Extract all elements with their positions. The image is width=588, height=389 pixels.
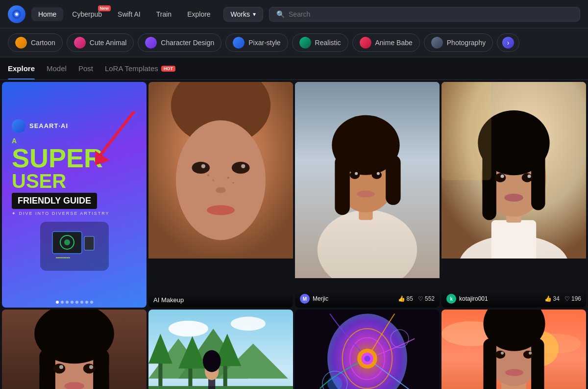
card-promo[interactable]: SEAART·AI A SUPER USER FRIENDLY GUIDE ✦ … bbox=[2, 82, 147, 308]
more-icon: › bbox=[502, 37, 514, 49]
svg-point-74 bbox=[203, 350, 221, 372]
svg-point-33 bbox=[357, 190, 375, 197]
chevron-down-icon: ▾ bbox=[253, 11, 256, 18]
svg-point-97 bbox=[523, 351, 533, 359]
svg-point-64 bbox=[231, 317, 266, 331]
svg-rect-53 bbox=[93, 349, 109, 389]
svg-point-13 bbox=[232, 162, 250, 174]
tab-lora[interactable]: LoRA Templates HOT bbox=[105, 57, 175, 79]
svg-point-20 bbox=[227, 177, 229, 179]
cyberpub-nav-btn[interactable]: Cyberpub New bbox=[65, 7, 109, 21]
svg-point-98 bbox=[501, 352, 504, 355]
search-icon: 🔍 bbox=[276, 10, 285, 18]
svg-point-16 bbox=[216, 187, 225, 193]
tabs-row: Explore Model Post LoRA Templates HOT bbox=[0, 57, 588, 80]
cat-cartoon[interactable]: Cartoon bbox=[8, 33, 63, 52]
svg-point-55 bbox=[83, 363, 95, 373]
card-stats: 👍 85 ♡ 552 bbox=[398, 295, 435, 302]
explore-nav-btn[interactable]: Explore bbox=[180, 7, 217, 21]
card-colorful-art[interactable] bbox=[295, 310, 440, 389]
cat-pixar-style[interactable]: Pixar-style bbox=[225, 33, 288, 52]
svg-rect-95 bbox=[531, 338, 544, 389]
promo-box-text: FRIENDLY GUIDE bbox=[12, 193, 97, 209]
svg-point-11 bbox=[176, 120, 266, 240]
svg-point-15 bbox=[241, 164, 245, 168]
card-portrait-stats: 👍 34 ♡ 196 bbox=[544, 295, 581, 302]
tab-post[interactable]: Post bbox=[78, 57, 93, 79]
svg-point-81 bbox=[364, 356, 370, 362]
svg-point-56 bbox=[59, 365, 63, 369]
svg-point-43 bbox=[522, 173, 533, 182]
svg-point-99 bbox=[529, 352, 532, 355]
card-woman-sweater-user-row: M Merjic 👍 85 ♡ 552 bbox=[295, 290, 440, 308]
promo-dots bbox=[56, 301, 93, 304]
promo-logo-text: SEAART·AI bbox=[29, 122, 68, 130]
svg-point-45 bbox=[527, 175, 531, 178]
svg-rect-47 bbox=[441, 82, 491, 180]
user-avatar-merjic: M bbox=[300, 294, 310, 304]
cat-photography[interactable]: Photography bbox=[424, 33, 493, 52]
svg-point-29 bbox=[350, 171, 360, 179]
svg-point-12 bbox=[192, 162, 210, 174]
card-portrait-user-row: k kotajiro001 👍 34 ♡ 196 bbox=[441, 290, 586, 308]
card-woman-dark-hair[interactable] bbox=[2, 310, 147, 389]
username-merjic: Merjic bbox=[313, 295, 328, 302]
cyberpub-new-badge: New bbox=[98, 5, 111, 11]
svg-text:▬▬▬▬▬▬▬▬: ▬▬▬▬▬▬▬▬ bbox=[56, 256, 70, 259]
svg-rect-94 bbox=[483, 338, 496, 389]
cat-anime-babe[interactable]: Anime Babe bbox=[352, 33, 420, 52]
svg-line-2 bbox=[100, 111, 134, 156]
heart-count: 552 bbox=[425, 295, 435, 302]
svg-rect-41 bbox=[531, 150, 545, 210]
svg-rect-36 bbox=[491, 220, 537, 259]
svg-point-14 bbox=[201, 164, 205, 168]
like-count-2: 34 bbox=[553, 295, 560, 302]
svg-rect-28 bbox=[386, 155, 401, 205]
svg-point-31 bbox=[355, 172, 358, 175]
svg-rect-27 bbox=[335, 155, 350, 215]
username-kotajiro: kotajiro001 bbox=[459, 295, 488, 302]
main-grid: SEAART·AI A SUPER USER FRIENDLY GUIDE ✦ … bbox=[0, 80, 588, 310]
like-icon: 👍 bbox=[398, 295, 405, 302]
svg-point-96 bbox=[495, 351, 505, 359]
works-dropdown[interactable]: Works ▾ bbox=[223, 7, 263, 22]
logo[interactable] bbox=[8, 5, 25, 23]
like-count: 85 bbox=[407, 295, 413, 302]
home-nav-btn[interactable]: Home bbox=[31, 7, 63, 21]
tab-explore[interactable]: Explore bbox=[8, 57, 35, 79]
cat-character-design[interactable]: Character Design bbox=[138, 33, 221, 52]
cat-cute-animal[interactable]: Cute Animal bbox=[67, 33, 134, 52]
heart-icon-2: ♡ bbox=[564, 295, 570, 302]
svg-point-6 bbox=[64, 239, 70, 245]
svg-rect-71 bbox=[148, 386, 293, 389]
svg-point-100 bbox=[505, 369, 523, 376]
cat-more[interactable]: › bbox=[497, 33, 519, 52]
swift-ai-nav-btn[interactable]: Swift AI bbox=[111, 7, 147, 21]
cat-realistic[interactable]: Realistic bbox=[292, 33, 348, 52]
promo-arrow-icon bbox=[90, 111, 147, 170]
heart-icon: ♡ bbox=[418, 295, 423, 302]
svg-point-17 bbox=[207, 205, 235, 215]
like-icon-2: 👍 bbox=[544, 295, 552, 302]
card-ai-makeup[interactable]: AI Makeup bbox=[148, 82, 293, 308]
tab-model[interactable]: Model bbox=[47, 57, 67, 79]
svg-point-19 bbox=[213, 180, 214, 181]
navbar: Home Cyberpub New Swift AI Train Explore… bbox=[0, 0, 588, 28]
lora-hot-badge: HOT bbox=[161, 66, 175, 72]
search-input[interactable] bbox=[289, 10, 573, 18]
promo-device-illustration: ▬▬▬▬▬▬▬▬ bbox=[40, 222, 109, 271]
card-woman-sweater[interactable]: M Merjic 👍 85 ♡ 552 bbox=[295, 82, 440, 308]
promo-title-c: USER bbox=[12, 171, 66, 191]
user-avatar-kotajiro: k bbox=[446, 294, 456, 304]
card-landscape[interactable] bbox=[148, 310, 293, 389]
svg-point-54 bbox=[53, 363, 65, 373]
svg-point-1 bbox=[15, 13, 18, 16]
card-woman-sunset[interactable] bbox=[441, 310, 586, 389]
category-row: Cartoon Cute Animal Character Design Pix… bbox=[0, 28, 588, 57]
search-bar: 🔍 bbox=[269, 7, 580, 22]
card-woman-portrait[interactable]: k kotajiro001 👍 34 ♡ 196 bbox=[441, 82, 586, 308]
svg-point-44 bbox=[501, 175, 504, 178]
promo-title-b: SUPER bbox=[12, 145, 103, 171]
svg-rect-52 bbox=[39, 349, 55, 389]
train-nav-btn[interactable]: Train bbox=[149, 7, 178, 21]
